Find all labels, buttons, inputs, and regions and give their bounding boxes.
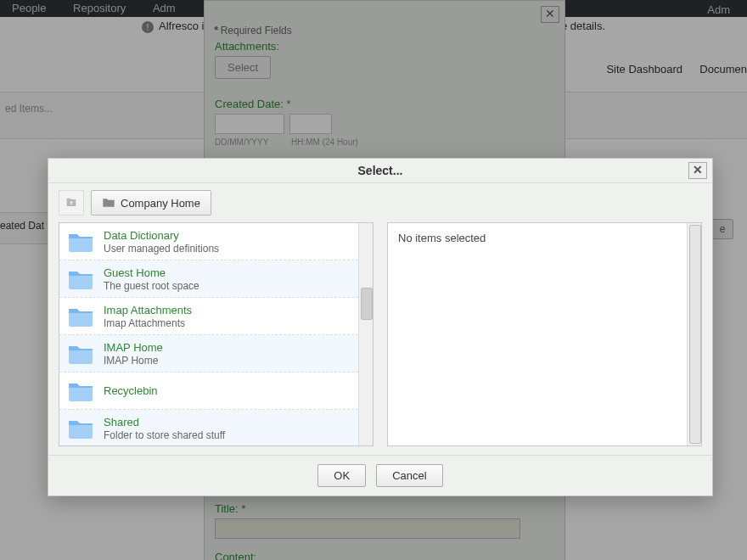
warning-icon: ! bbox=[142, 21, 154, 33]
content-label: Content: bbox=[215, 551, 554, 560]
nav-people[interactable]: People bbox=[0, 0, 58, 14]
folder-icon bbox=[68, 269, 93, 289]
folder-name: IMAP Home bbox=[104, 341, 163, 354]
folder-up-button[interactable] bbox=[59, 190, 84, 216]
folder-desc: Imap Attachments bbox=[104, 317, 192, 329]
edit-button-fragment[interactable]: e bbox=[711, 219, 733, 239]
folder-icon bbox=[68, 306, 93, 327]
scrollbar[interactable] bbox=[358, 223, 373, 445]
folder-up-icon bbox=[65, 196, 78, 210]
folder-name: Recyclebin bbox=[104, 384, 158, 397]
no-items-message: No items selected bbox=[388, 223, 687, 253]
scrollbar-thumb[interactable] bbox=[689, 225, 701, 444]
folder-name: Guest Home bbox=[104, 266, 199, 279]
folder-name: Imap Attachments bbox=[104, 304, 192, 316]
folder-row[interactable]: IMAP HomeIMAP Home bbox=[59, 335, 358, 372]
nav-repository[interactable]: Repository bbox=[61, 0, 138, 14]
folder-icon bbox=[68, 232, 93, 252]
time-input[interactable] bbox=[289, 114, 332, 134]
nav-admin-right[interactable]: Adm bbox=[695, 2, 742, 16]
selected-items-panel: No items selected bbox=[387, 222, 702, 446]
close-icon[interactable]: ✕ bbox=[541, 6, 559, 23]
folder-icon bbox=[68, 344, 93, 364]
date-hint: DD/MM/YYYY bbox=[215, 137, 283, 147]
title-input[interactable] bbox=[215, 518, 520, 539]
date-input[interactable] bbox=[215, 114, 284, 134]
select-dialog: Select... ✕ Company Home Data Dictionary… bbox=[48, 158, 713, 496]
folder-desc: User managed definitions bbox=[104, 243, 219, 255]
required-fields-note: ** Required Fields bbox=[215, 25, 554, 36]
folder-desc: IMAP Home bbox=[104, 355, 163, 367]
site-dashboard-link[interactable]: Site Dashboard bbox=[606, 63, 682, 76]
document-library-link[interactable]: Documen bbox=[699, 63, 747, 76]
created-date-col: eated Dat bbox=[0, 212, 49, 244]
folder-icon bbox=[68, 418, 93, 439]
folder-row[interactable]: Recyclebin bbox=[59, 372, 358, 410]
created-date-label: Created Date: * bbox=[215, 98, 554, 110]
folder-name: Data Dictionary bbox=[104, 229, 219, 242]
folder-row[interactable]: Imap AttachmentsImap Attachments bbox=[59, 298, 358, 335]
breadcrumb-button[interactable]: Company Home bbox=[91, 190, 211, 216]
folder-row[interactable]: Data DictionaryUser managed definitions bbox=[59, 223, 358, 260]
scrollbar[interactable] bbox=[687, 223, 701, 445]
select-dialog-header: Select... ✕ bbox=[48, 159, 712, 183]
title-label: Title: * bbox=[215, 502, 554, 515]
nav-admin-left[interactable]: Adm bbox=[141, 0, 188, 14]
time-hint: HH:MM (24 Hour) bbox=[291, 137, 358, 147]
close-icon[interactable]: ✕ bbox=[688, 162, 707, 179]
select-dialog-footer: OK Cancel bbox=[48, 455, 712, 496]
breadcrumb-label: Company Home bbox=[121, 197, 200, 210]
folder-desc: The guest root space bbox=[104, 280, 199, 292]
folder-row[interactable]: SharedFolder to store shared stuff bbox=[59, 410, 358, 445]
folder-icon bbox=[102, 197, 115, 209]
select-dialog-title: Select... bbox=[358, 164, 403, 177]
ok-button[interactable]: OK bbox=[317, 464, 366, 487]
attachments-label: Attachments: bbox=[215, 40, 554, 53]
cancel-button[interactable]: Cancel bbox=[376, 464, 442, 487]
folder-name: Shared bbox=[104, 416, 225, 428]
folder-desc: Folder to store shared stuff bbox=[104, 429, 225, 441]
folder-list-panel: Data DictionaryUser managed definitionsG… bbox=[59, 222, 374, 446]
folder-icon bbox=[68, 381, 93, 401]
scrollbar-thumb[interactable] bbox=[361, 288, 373, 320]
folder-row[interactable]: Guest HomeThe guest root space bbox=[59, 260, 358, 298]
attachments-select-button[interactable]: Select bbox=[215, 56, 271, 79]
